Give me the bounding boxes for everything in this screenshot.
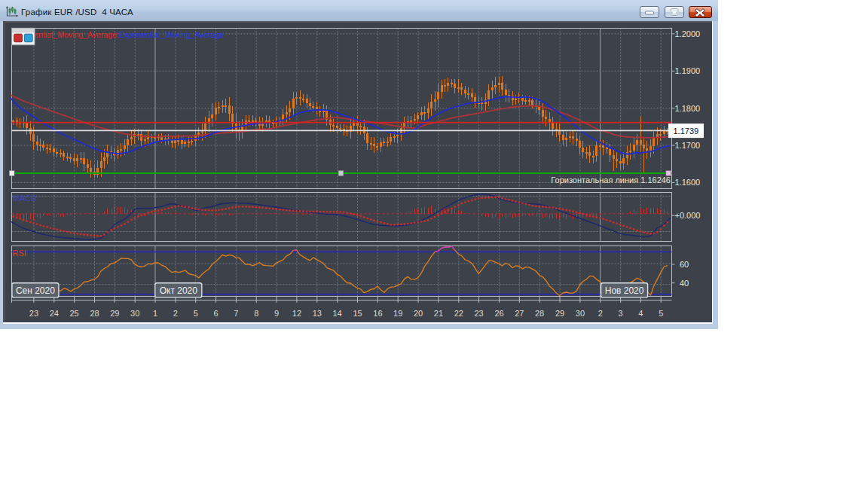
svg-text:1.1600: 1.1600 [675, 178, 701, 187]
svg-text:1.1900: 1.1900 [675, 66, 701, 75]
svg-text:21: 21 [434, 309, 443, 318]
svg-text:MACD: MACD [13, 194, 37, 203]
svg-text:15: 15 [353, 309, 362, 318]
svg-text:3: 3 [619, 309, 623, 318]
svg-text:1.1739: 1.1739 [674, 127, 699, 136]
svg-text:23: 23 [29, 309, 38, 318]
svg-text:20: 20 [414, 309, 423, 318]
svg-text:+0.000: +0.000 [675, 211, 701, 220]
svg-text:Нов 2020: Нов 2020 [605, 285, 644, 296]
svg-text:25: 25 [69, 309, 78, 318]
svg-text:27: 27 [515, 309, 524, 318]
svg-text:30: 30 [576, 309, 585, 318]
svg-text:Сен 2020: Сен 2020 [16, 285, 55, 296]
svg-text:4: 4 [638, 309, 643, 318]
svg-text:2: 2 [598, 309, 603, 318]
svg-text:1.2000: 1.2000 [675, 29, 701, 38]
svg-text:14: 14 [332, 309, 341, 318]
svg-text:23: 23 [474, 309, 483, 318]
svg-text:7: 7 [234, 309, 238, 318]
svg-text:30: 30 [130, 309, 139, 318]
svg-text:60: 60 [680, 260, 689, 269]
svg-text:12: 12 [292, 309, 301, 318]
svg-text:2: 2 [173, 309, 178, 318]
svg-text:29: 29 [555, 309, 564, 318]
svg-text:13: 13 [313, 309, 322, 318]
svg-text:29: 29 [110, 309, 119, 318]
svg-text:24: 24 [50, 309, 59, 318]
svg-text:1: 1 [153, 309, 157, 318]
svg-text:26: 26 [494, 309, 503, 318]
svg-text:8: 8 [254, 309, 258, 318]
svg-text:1.1800: 1.1800 [675, 104, 701, 113]
svg-text:28: 28 [90, 309, 99, 318]
svg-text:19: 19 [393, 309, 402, 318]
svg-text:6: 6 [214, 309, 219, 318]
svg-text:Горизонтальная линия 1.16246: Горизонтальная линия 1.16246 [551, 175, 671, 185]
svg-text:1.1700: 1.1700 [675, 141, 701, 150]
svg-text:Exponential_Moving_Average: Exponential_Moving_Average [119, 30, 224, 39]
svg-text:40: 40 [680, 279, 689, 288]
svg-text:Окт 2020: Окт 2020 [160, 285, 198, 296]
svg-text:28: 28 [535, 309, 544, 318]
svg-text:RSI: RSI [13, 249, 26, 258]
svg-text:9: 9 [274, 309, 279, 318]
svg-text:5: 5 [194, 309, 198, 318]
svg-text:5: 5 [659, 309, 663, 318]
svg-text:16: 16 [373, 309, 382, 318]
svg-text:22: 22 [454, 309, 463, 318]
